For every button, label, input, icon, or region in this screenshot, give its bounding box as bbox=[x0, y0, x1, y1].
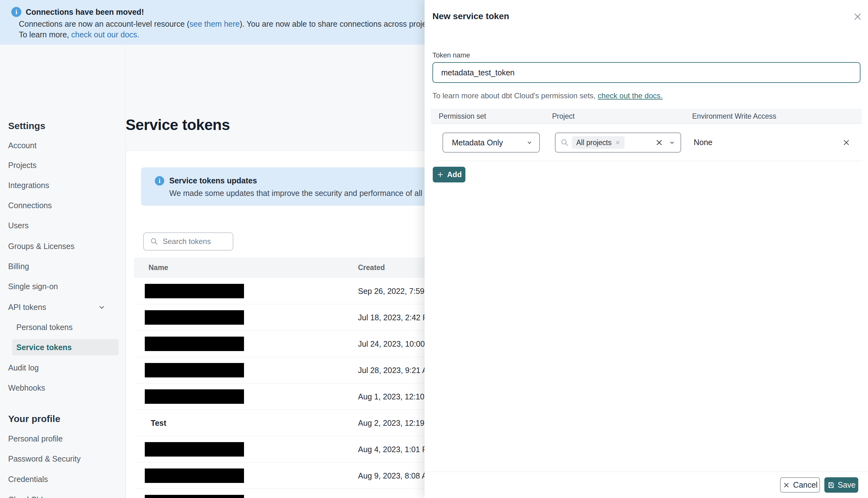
sidebar-item-service-tokens[interactable]: Service tokens bbox=[12, 339, 119, 355]
column-created: Created bbox=[358, 258, 385, 278]
sidebar-item-webhooks[interactable]: Webhooks bbox=[8, 381, 45, 395]
chevron-down-icon[interactable] bbox=[98, 304, 106, 311]
sidebar-item-groups-licenses[interactable]: Groups & Licenses bbox=[8, 239, 75, 253]
banner-footer-text: To learn more, bbox=[19, 30, 71, 39]
panel-footer: Cancel Save bbox=[424, 472, 868, 498]
permissions-grid-header: Permission set Project Environment Write… bbox=[431, 109, 862, 124]
all-projects-chip[interactable]: All projects bbox=[572, 136, 624, 149]
sidebar-item-password-security[interactable]: Password & Security bbox=[8, 452, 81, 466]
redacted-name bbox=[145, 442, 244, 457]
permission-row: Metadata Only All projects None bbox=[431, 124, 862, 161]
token-name: Test bbox=[151, 410, 167, 436]
redacted-name bbox=[145, 389, 244, 404]
sidebar-item-cloud-cli[interactable]: Cloud CLI bbox=[8, 493, 43, 498]
sidebar-item-audit-log[interactable]: Audit log bbox=[8, 361, 39, 375]
banner-title: Connections have been moved! bbox=[26, 8, 144, 17]
column-environment-write-access: Environment Write Access bbox=[692, 109, 776, 124]
your-profile-heading: Your profile bbox=[8, 411, 60, 427]
redacted-name bbox=[145, 337, 244, 351]
sidebar-item-integrations[interactable]: Integrations bbox=[8, 179, 49, 192]
search-icon bbox=[561, 139, 569, 147]
redacted-name bbox=[145, 310, 244, 325]
chevron-down-icon bbox=[526, 139, 533, 146]
banner-body-text: Connections are now an account-level res… bbox=[19, 19, 189, 28]
permission-docs-line: To learn more about dbt Cloud's permissi… bbox=[432, 91, 662, 100]
page-title: Service tokens bbox=[126, 116, 230, 133]
clear-selection-icon[interactable] bbox=[655, 138, 663, 147]
sidebar-item-users[interactable]: Users bbox=[8, 219, 29, 232]
project-combobox[interactable]: All projects bbox=[555, 132, 681, 153]
see-them-here-link[interactable]: see them here bbox=[189, 19, 240, 28]
sidebar-item-personal-tokens[interactable]: Personal tokens bbox=[16, 320, 73, 334]
check-docs-link[interactable]: check out our docs. bbox=[71, 30, 140, 39]
search-tokens-box[interactable] bbox=[143, 232, 233, 251]
chip-remove-icon[interactable] bbox=[615, 140, 620, 145]
redacted-name bbox=[145, 469, 244, 483]
settings-sidebar: Settings Account Projects Integrations C… bbox=[0, 44, 126, 498]
close-icon bbox=[782, 481, 790, 489]
docs-text: To learn more about dbt Cloud's permissi… bbox=[432, 91, 597, 100]
settings-heading: Settings bbox=[8, 118, 45, 133]
column-name: Name bbox=[148, 258, 168, 278]
sidebar-item-account[interactable]: Account bbox=[8, 139, 37, 152]
token-name-label: Token name bbox=[432, 51, 470, 60]
plus-icon bbox=[436, 171, 444, 178]
redacted-name bbox=[145, 363, 244, 377]
panel-title: New service token bbox=[432, 11, 509, 21]
cancel-button-label: Cancel bbox=[793, 481, 818, 489]
redacted-name bbox=[145, 284, 244, 298]
permission-set-value: Metadata Only bbox=[452, 138, 503, 147]
environment-write-access-value: None bbox=[694, 124, 712, 161]
permissions-grid: Permission set Project Environment Write… bbox=[431, 109, 862, 161]
save-button-label: Save bbox=[838, 481, 856, 489]
chip-label: All projects bbox=[576, 139, 611, 147]
search-input[interactable] bbox=[163, 237, 225, 246]
sidebar-item-projects[interactable]: Projects bbox=[8, 159, 37, 172]
token-name-input[interactable] bbox=[432, 62, 860, 83]
cancel-button[interactable]: Cancel bbox=[780, 477, 820, 493]
remove-row-icon[interactable] bbox=[842, 138, 851, 147]
notice-title: Service tokens updates bbox=[169, 176, 257, 185]
info-icon: i bbox=[11, 7, 21, 17]
sidebar-item-connections[interactable]: Connections bbox=[8, 199, 52, 212]
info-icon: i bbox=[155, 176, 164, 186]
column-project: Project bbox=[552, 109, 575, 124]
new-service-token-panel: New service token Token name To learn mo… bbox=[424, 0, 868, 498]
check-out-docs-link[interactable]: check out the docs. bbox=[597, 91, 662, 100]
sidebar-item-api-tokens[interactable]: API tokens bbox=[8, 301, 46, 314]
save-icon bbox=[827, 481, 835, 489]
sidebar-item-credentials[interactable]: Credentials bbox=[8, 473, 48, 486]
search-icon bbox=[150, 237, 158, 246]
permission-set-select[interactable]: Metadata Only bbox=[443, 132, 540, 153]
close-icon[interactable] bbox=[852, 11, 863, 22]
column-permission-set: Permission set bbox=[439, 109, 486, 124]
sidebar-item-single-sign-on[interactable]: Single sign-on bbox=[8, 280, 58, 293]
banner-footer: To learn more, check out our docs. bbox=[19, 30, 140, 39]
chevron-down-icon[interactable] bbox=[669, 139, 675, 146]
redacted-name bbox=[145, 495, 244, 498]
save-button[interactable]: Save bbox=[824, 477, 858, 493]
add-button-label: Add bbox=[447, 170, 462, 179]
sidebar-item-personal-profile[interactable]: Personal profile bbox=[8, 432, 63, 446]
sidebar-item-billing[interactable]: Billing bbox=[8, 260, 29, 273]
add-permission-button[interactable]: Add bbox=[433, 167, 465, 182]
